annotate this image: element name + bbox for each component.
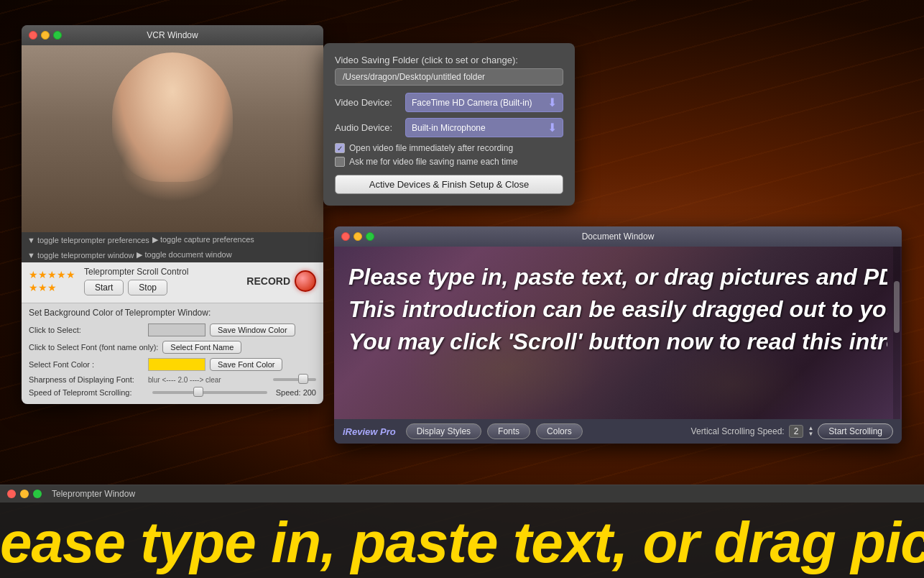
record-label: RECORD — [246, 275, 290, 287]
scroll-speed-value: 2 — [789, 425, 804, 438]
fonts-btn[interactable]: Fonts — [487, 423, 530, 439]
record-dot[interactable] — [295, 270, 316, 292]
sharpness-slider[interactable] — [273, 378, 316, 381]
doc-toolbar: iReview Pro Display Styles Fonts Colors … — [334, 419, 902, 444]
checkbox1-row: Open video file immediately after record… — [335, 143, 563, 153]
doc-title: Document Window — [582, 231, 655, 242]
teleprompter-bar: Teleprompter Window ease type in, paste … — [0, 485, 924, 578]
vcr-video-area — [22, 45, 323, 232]
doc-close-dot[interactable] — [341, 232, 350, 241]
colors-btn[interactable]: Colors — [536, 423, 583, 439]
audio-device-value: Built-in Microphone — [412, 123, 486, 133]
bg-color-label: Click to Select: — [29, 326, 144, 334]
audio-device-select[interactable]: Built-in Microphone ⬇ — [405, 118, 563, 137]
stars: ★★★★★ ★★★ — [29, 269, 75, 293]
star-line-1: ★★★★★ — [29, 269, 75, 280]
doc-titlebar: Document Window — [334, 226, 902, 247]
video-device-select[interactable]: FaceTime HD Camera (Built-in) ⬇ — [405, 93, 563, 112]
vcr-close-dot[interactable] — [29, 31, 37, 40]
vcr-toggles-2: ▼ toggle teleprompter window ▶ toggle do… — [22, 247, 323, 262]
tp-close-dot[interactable] — [7, 490, 16, 498]
checkbox1[interactable] — [335, 143, 345, 153]
scroll-speed-down[interactable]: ▼ — [808, 431, 813, 437]
toggle-teleprompter-window[interactable]: ▼ toggle teleprompter window — [27, 250, 134, 260]
scroll-speed-label: Vertical Scrolling Speed: — [691, 426, 785, 436]
doc-minimize-dot[interactable] — [354, 232, 362, 241]
teleprompter-scrolling-text: ease type in, paste text, or drag pictu — [0, 510, 924, 574]
speed-slider[interactable] — [152, 391, 267, 394]
sharpness-row: Sharpness of Displaying Font: blur <----… — [29, 375, 316, 384]
tp-minimize-dot[interactable] — [20, 490, 29, 498]
checkbox1-label: Open video file immediately after record… — [349, 143, 513, 153]
save-window-color-btn[interactable]: Save Window Color — [210, 324, 295, 336]
speed-thumb[interactable] — [193, 387, 203, 397]
audio-device-label: Audio Device: — [335, 122, 399, 133]
video-person — [22, 45, 323, 232]
font-name-row: Click to Select Font (font name only): S… — [29, 341, 316, 354]
font-color-row: Select Font Color : Save Font Color — [29, 358, 316, 371]
tp-maximize-dot[interactable] — [33, 490, 42, 498]
video-device-label: Video Device: — [335, 97, 399, 108]
pref-title: Set Background Color of Teleprompter Win… — [29, 308, 316, 318]
font-name-label: Click to Select Font (font name only): — [29, 343, 158, 352]
vcr-window-dots — [29, 31, 62, 40]
font-color-swatch[interactable] — [148, 358, 205, 371]
vcr-video-feed — [22, 45, 323, 232]
vcr-minimize-dot[interactable] — [41, 31, 50, 40]
folder-path[interactable]: /Users/dragon/Desktop/untitled folder — [335, 68, 563, 86]
speed-label: Speed of Telepromt Scrolling: — [29, 388, 144, 397]
vcr-maximize-dot[interactable] — [53, 31, 62, 40]
bg-color-swatch[interactable] — [148, 324, 205, 336]
doc-scrollbar-thumb[interactable] — [894, 281, 900, 333]
document-window: Document Window Please type in, paste te… — [334, 226, 902, 444]
scroll-start-btn[interactable]: Start — [84, 280, 124, 295]
audio-device-row: Audio Device: Built-in Microphone ⬇ — [335, 118, 563, 137]
video-device-arrow: ⬇ — [548, 96, 557, 109]
font-color-label: Select Font Color : — [29, 360, 144, 369]
star-line-2: ★★★ — [29, 282, 75, 293]
audio-device-arrow: ⬇ — [548, 121, 557, 134]
doc-content-area[interactable]: Please type in, paste text, or drag pict… — [334, 247, 902, 419]
speed-value: Speed: 200 — [276, 388, 316, 397]
tp-window-title: Teleprompter Window — [52, 489, 135, 499]
active-devices-btn[interactable]: Active Devices & Finish Setup & Close — [335, 175, 563, 194]
folder-row: Video Saving Folder (click to set or cha… — [335, 55, 563, 86]
record-section: RECORD — [246, 270, 316, 292]
checkbox2-label: Ask me for video file saving name each t… — [349, 157, 518, 167]
start-scrolling-btn[interactable]: Start Scrolling — [818, 423, 893, 439]
checkbox2-row: Ask me for video file saving name each t… — [335, 157, 563, 167]
doc-text-line-2: This introduction can be easily dragged … — [348, 293, 887, 326]
video-settings-panel: Video Saving Folder (click to set or cha… — [323, 43, 575, 206]
vcr-window: VCR Window ▼ toggle teleprompter prefere… — [22, 25, 323, 404]
sharpness-label: Sharpness of Displaying Font: — [29, 375, 144, 384]
vcr-toggles: ▼ toggle teleprompter preferences ▶ togg… — [22, 232, 323, 247]
toggle-teleprompter-prefs[interactable]: ▼ toggle teleprompter preferences — [27, 235, 149, 244]
doc-text-line-3: You may click 'Scroll' button now to rea… — [348, 326, 887, 358]
bg-color-row: Click to Select: Save Window Color — [29, 324, 316, 336]
scroll-speed-section: Vertical Scrolling Speed: 2 ▲ ▼ Start Sc… — [691, 423, 893, 439]
doc-window-dots — [341, 232, 374, 241]
checkbox2[interactable] — [335, 157, 345, 167]
scroll-control-panel: ★★★★★ ★★★ Teleprompter Scroll Control St… — [22, 262, 323, 303]
vcr-titlebar: VCR Window — [22, 25, 323, 45]
vcr-title: VCR Window — [147, 30, 198, 40]
doc-scrollbar[interactable] — [893, 247, 900, 419]
video-device-value: FaceTime HD Camera (Built-in) — [412, 98, 532, 108]
scroll-stop-btn[interactable]: Stop — [128, 280, 167, 295]
sharpness-thumb[interactable] — [298, 374, 308, 384]
doc-text-line-1: Please type in, paste text, or drag pict… — [348, 261, 887, 293]
doc-maximize-dot[interactable] — [366, 232, 374, 241]
scroll-speed-stepper[interactable]: ▲ ▼ — [808, 426, 813, 437]
save-font-color-btn[interactable]: Save Font Color — [210, 358, 282, 371]
folder-label: Video Saving Folder (click to set or cha… — [335, 55, 563, 65]
doc-text-overlay: Please type in, paste text, or drag pict… — [334, 247, 902, 419]
display-styles-btn[interactable]: Display Styles — [406, 423, 481, 439]
scroll-control-row: ★★★★★ ★★★ Teleprompter Scroll Control St… — [29, 267, 316, 295]
sharpness-desc: blur <---- 2.0 ----> clear — [148, 376, 266, 384]
toggle-capture-prefs[interactable]: ▶ toggle capture preferences — [152, 235, 254, 244]
toggle-document-window[interactable]: ▶ toggle document window — [137, 250, 231, 260]
doc-app-name: iReview Pro — [343, 426, 396, 437]
video-device-row: Video Device: FaceTime HD Camera (Built-… — [335, 93, 563, 112]
select-font-name-btn[interactable]: Select Font Name — [162, 341, 241, 354]
pref-section: Set Background Color of Teleprompter Win… — [22, 303, 323, 404]
